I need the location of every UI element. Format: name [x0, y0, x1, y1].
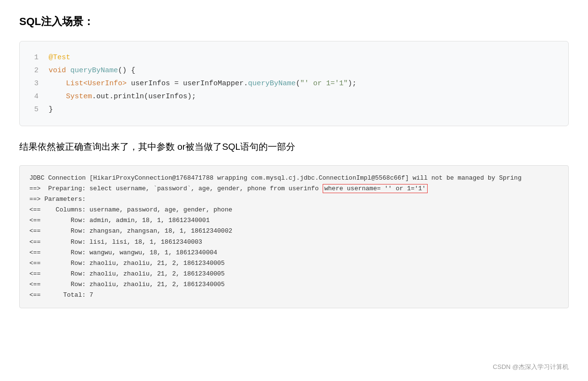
console-line-12: <== Total: 7: [29, 290, 559, 301]
code-line-3: List<UserInfo> userInfos = userInfoMappe…: [49, 77, 356, 90]
highlight-where: where username= '' or 1='1': [323, 184, 428, 193]
code-line-5: }: [49, 103, 53, 116]
line-num-5: 5: [34, 103, 49, 116]
line-num-3: 3: [34, 77, 49, 90]
console-line-6: <== Row: zhangsan, zhangsan, 18, 1, 1861…: [29, 226, 559, 236]
console-line-9: <== Row: zhaoliu, zhaoliu, 21, 2, 186123…: [29, 258, 559, 269]
console-block: JDBC Connection [HikariProxyConnection@1…: [19, 165, 569, 308]
console-line-3: ==> Parameters:: [29, 194, 559, 205]
console-line-1: JDBC Connection [HikariProxyConnection@1…: [29, 173, 559, 184]
watermark: CSDN @杰深入学习计算机: [493, 363, 569, 371]
console-line-7: <== Row: lisi, lisi, 18, 1, 18612340003: [29, 237, 559, 248]
console-line-5: <== Row: admin, admin, 18, 1, 1861234000…: [29, 215, 559, 226]
description-text: 结果依然被正确查询出来了，其中参数 or被当做了SQL语句的一部分: [19, 141, 569, 153]
console-line-10: <== Row: zhaoliu, zhaoliu, 21, 2, 186123…: [29, 269, 559, 279]
line-num-4: 4: [34, 90, 49, 103]
line-num-1: 1: [34, 51, 49, 64]
code-line-2: void queryByName() {: [49, 64, 135, 77]
console-line-2: ==> Preparing: select username, `passwor…: [29, 184, 559, 194]
console-line-4: <== Columns: username, password, age, ge…: [29, 205, 559, 215]
code-block: 1 @Test 2 void queryByName() { 3 List<Us…: [19, 41, 569, 126]
code-line-4: System.out.println(userInfos);: [49, 90, 196, 103]
console-line-8: <== Row: wangwu, wangwu, 18, 1, 18612340…: [29, 248, 559, 258]
page-title: SQL注入场景：: [19, 14, 569, 29]
console-line-11: <== Row: zhaoliu, zhaoliu, 21, 2, 186123…: [29, 279, 559, 290]
code-annotation: @Test: [49, 51, 70, 64]
line-num-2: 2: [34, 64, 49, 77]
